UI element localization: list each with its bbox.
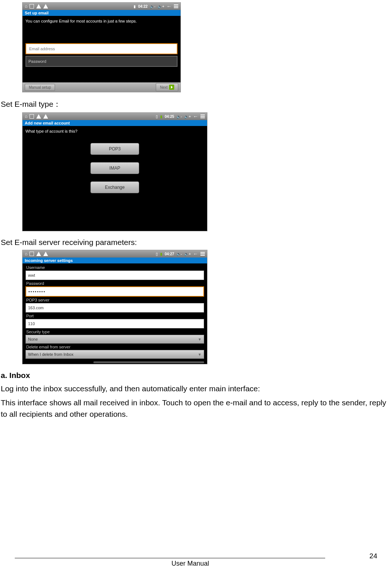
- warning-icon: [43, 252, 48, 256]
- back-icon: ←: [166, 3, 172, 9]
- battery-icon: ▮: [160, 115, 162, 119]
- sd-icon: ▯: [156, 115, 158, 119]
- status-bar: ⌂ ▮ 04:22 🔈- 🔈+ ←: [23, 3, 180, 10]
- signal-icon: [30, 4, 34, 8]
- battery-icon: ▮: [134, 4, 136, 8]
- window-title: Set up email: [23, 10, 180, 16]
- screenshot-incoming-settings: ⌂ ▯ ▮ 04:27 🔈- 🔈+ ← Incoming server sett…: [22, 250, 207, 364]
- home-icon: ⌂: [25, 251, 27, 256]
- volume-up-icon: 🔈+: [158, 4, 164, 8]
- delete-from-server-select[interactable]: When I delete from Inbox ▼: [25, 350, 204, 359]
- footer-title: User Manual: [11, 560, 369, 568]
- password-field[interactable]: ••••••••: [25, 286, 204, 297]
- warning-icon: [36, 4, 41, 8]
- volume-up-icon: 🔈+: [184, 115, 191, 119]
- question-text: What type of account is this?: [23, 127, 207, 133]
- home-icon: ⌂: [25, 114, 27, 119]
- label-delete: Delete email from server: [26, 345, 203, 349]
- horizontal-scrollbar[interactable]: [93, 361, 204, 363]
- inbox-paragraph-1: Log into the inbox successfully, and the…: [1, 383, 391, 395]
- port-field[interactable]: 110: [25, 319, 204, 328]
- volume-up-icon: 🔈+: [184, 252, 191, 256]
- password-placeholder: Password: [28, 59, 46, 64]
- page-number: 24: [369, 552, 377, 560]
- volume-down-icon: 🔈-: [176, 252, 182, 256]
- screenshot-account-type: ⌂ ▯ ▮ 04:25 🔈- 🔈+ ← Add new email accoun…: [22, 112, 207, 231]
- label-username: Username: [26, 265, 203, 270]
- clock-text: 04:22: [138, 4, 148, 8]
- warning-icon: [36, 252, 41, 256]
- manual-setup-button[interactable]: Manual setup: [25, 84, 55, 91]
- menu-icon: [200, 252, 205, 256]
- inbox-paragraph-2: This interface shows all mail received i…: [1, 397, 391, 420]
- warning-icon: [43, 4, 48, 8]
- imap-button[interactable]: IMAP: [90, 162, 139, 174]
- bottom-toolbar: Manual setup Next: [23, 82, 180, 92]
- warning-icon: [36, 114, 41, 119]
- caption-set-server: Set E-mail server receiving parameters:: [1, 238, 392, 247]
- menu-icon: [174, 4, 178, 8]
- inbox-heading: a. Inbox: [1, 371, 392, 380]
- battery-icon: ▮: [160, 252, 162, 256]
- label-pop3-server: POP3 server: [26, 298, 203, 302]
- status-bar: ⌂ ▯ ▮ 04:25 🔈- 🔈+ ←: [23, 113, 207, 120]
- email-input[interactable]: [28, 46, 175, 51]
- security-type-select[interactable]: None ▼: [25, 335, 204, 344]
- back-icon: ←: [193, 251, 198, 257]
- menu-icon: [200, 115, 205, 118]
- label-security: Security type: [26, 330, 203, 334]
- volume-down-icon: 🔈-: [150, 4, 155, 8]
- caption-set-type: Set E-mail type：: [1, 99, 392, 109]
- email-field[interactable]: [25, 43, 178, 54]
- instruction-text: You can configure Email for most account…: [25, 19, 178, 23]
- back-icon: ←: [193, 113, 198, 119]
- clock-text: 04:27: [165, 252, 174, 256]
- chevron-down-icon: ▼: [198, 352, 202, 357]
- clock-text: 04:25: [165, 115, 174, 119]
- label-password: Password: [26, 281, 203, 286]
- screenshot-setup-email: ⌂ ▮ 04:22 🔈- 🔈+ ← Set up email You can c…: [22, 2, 181, 92]
- chevron-down-icon: ▼: [198, 337, 202, 341]
- arrow-right-icon: [169, 85, 174, 90]
- window-title: Incoming server settings: [23, 258, 207, 263]
- signal-icon: [30, 114, 34, 119]
- signal-icon: [30, 252, 34, 256]
- warning-icon: [43, 114, 48, 119]
- next-button[interactable]: Next: [156, 83, 178, 91]
- status-bar: ⌂ ▯ ▮ 04:27 🔈- 🔈+ ←: [23, 250, 207, 258]
- home-icon: ⌂: [25, 4, 27, 9]
- username-field[interactable]: wwt: [25, 270, 204, 280]
- window-title: Add new email account: [23, 120, 207, 126]
- password-field[interactable]: Password: [25, 56, 178, 67]
- pop3-button[interactable]: POP3: [90, 143, 139, 155]
- pop3-server-field[interactable]: 163.com: [25, 303, 204, 313]
- exchange-button[interactable]: Exchange: [90, 181, 139, 193]
- label-port: Port: [26, 314, 203, 318]
- volume-down-icon: 🔈-: [176, 115, 182, 119]
- sd-icon: ▯: [156, 252, 158, 256]
- page-footer: User Manual 24: [0, 558, 392, 568]
